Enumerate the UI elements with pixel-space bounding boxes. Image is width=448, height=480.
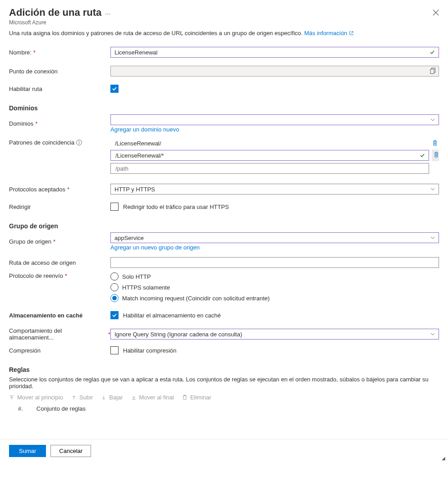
- patterns-label: Patrones de coincidencia: [9, 139, 110, 146]
- checkmark-icon: [420, 153, 425, 158]
- trash-icon: [182, 394, 187, 400]
- protocols-label: Protocolos aceptados *: [9, 186, 110, 193]
- chevron-down-icon: [430, 332, 435, 336]
- arrow-top-icon: [9, 395, 14, 400]
- delete-pattern-icon[interactable]: [432, 149, 439, 161]
- add-domain-link[interactable]: Agregar un dominio nuevo: [110, 126, 439, 133]
- arrow-bottom-icon: [131, 395, 137, 400]
- svg-rect-4: [79, 142, 79, 144]
- origin-group-select[interactable]: appService: [110, 232, 439, 243]
- svg-point-3: [79, 141, 80, 142]
- endpoint-field: [110, 66, 439, 77]
- pattern-readonly: /LicenseRenewal/: [110, 139, 429, 148]
- radio-http-only[interactable]: Solo HTTP: [110, 272, 439, 281]
- add-button[interactable]: Sumar: [9, 445, 46, 457]
- compression-checkbox-label: Habilitar compresión: [123, 347, 177, 354]
- arrow-down-icon: [101, 395, 106, 400]
- delete-pattern-icon[interactable]: [432, 140, 439, 148]
- move-up-button[interactable]: Subir: [71, 394, 93, 401]
- chevron-down-icon: [430, 187, 435, 191]
- compression-checkbox[interactable]: [110, 346, 119, 354]
- domains-select[interactable]: [110, 114, 439, 125]
- origin-path-label: Ruta de acceso de origen: [9, 259, 110, 266]
- radio-https-only[interactable]: HTTPS solamente: [110, 283, 439, 291]
- endpoint-label: Punto de conexión: [9, 68, 110, 75]
- redirect-label: Redirigir: [9, 204, 110, 210]
- move-top-button[interactable]: Mover al principio: [9, 394, 63, 401]
- external-link-icon: [349, 30, 354, 37]
- col-number: #.: [18, 405, 23, 412]
- radio-match-incoming[interactable]: Match incoming request (Coincidir con so…: [110, 294, 439, 302]
- chevron-down-icon: [430, 118, 435, 122]
- delete-rule-button[interactable]: Eliminar: [182, 394, 211, 401]
- redirect-checkbox-label: Redirigir todo el tráfico para usar HTTP…: [123, 204, 229, 210]
- panel-header: Adición de una ruta ··· Microsoft Azure: [0, 0, 448, 28]
- resize-corner-icon: ◢: [442, 456, 445, 461]
- info-icon[interactable]: [76, 140, 82, 145]
- learn-more-link[interactable]: Más información: [304, 30, 354, 36]
- name-input[interactable]: LicenseRenewal: [110, 47, 439, 58]
- close-icon[interactable]: [433, 9, 439, 17]
- footer: Sumar Cancelar ◢: [0, 439, 448, 462]
- svg-rect-1: [430, 69, 434, 73]
- cache-behavior-select[interactable]: Ignore Query String (Ignorar cadena de c…: [110, 329, 439, 340]
- name-label: Nombre: *: [9, 49, 110, 56]
- cache-behavior-label: Comportamiento del almacenamient... *: [9, 327, 110, 341]
- domains-label: Dominios *: [9, 120, 110, 127]
- protocols-select[interactable]: HTTP y HTTPS: [110, 184, 439, 195]
- enable-cache-checkbox[interactable]: [110, 311, 119, 319]
- rules-description: Seleccione los conjuntos de reglas que s…: [9, 376, 439, 389]
- enable-route-checkbox[interactable]: [110, 85, 119, 93]
- redirect-checkbox[interactable]: [110, 203, 119, 211]
- chevron-down-icon: [430, 235, 435, 240]
- intro-text: Una ruta asigna los dominios y patrones …: [9, 28, 439, 47]
- enable-cache-label: Habilitar el almacenamiento en caché: [123, 312, 221, 319]
- rules-toolbar: Mover al principio Subir Bajar Mover al …: [9, 394, 439, 401]
- origin-path-input[interactable]: [110, 257, 439, 268]
- cancel-button[interactable]: Cancelar: [50, 445, 91, 457]
- page-subtitle: Microsoft Azure: [9, 18, 110, 26]
- domains-section-title: Dominios: [9, 104, 439, 112]
- copy-icon[interactable]: [430, 68, 436, 75]
- arrow-up-icon: [71, 395, 77, 400]
- add-origin-group-link[interactable]: Agregar un nuevo grupo de origen: [110, 244, 439, 251]
- checkmark-icon: [430, 50, 435, 55]
- more-icon[interactable]: ···: [105, 10, 110, 17]
- pattern-new-input[interactable]: [110, 163, 429, 174]
- compression-label: Compresión: [9, 347, 110, 354]
- origin-section-title: Grupo de origen: [9, 222, 439, 230]
- origin-group-label: Grupo de origen *: [9, 238, 110, 245]
- pattern-editable-input[interactable]: /LicenseRenewal/*: [110, 150, 429, 161]
- move-down-button[interactable]: Bajar: [101, 394, 123, 401]
- cache-label: Almacenamiento en caché: [9, 312, 110, 319]
- move-end-button[interactable]: Mover al final: [131, 394, 174, 401]
- rules-section-title: Reglas: [9, 366, 439, 373]
- forward-protocol-label: Protocolo de reenvío *: [9, 272, 110, 279]
- rules-table-header: #. Conjunto de reglas: [9, 405, 439, 412]
- enable-route-label: Habilitar ruta: [9, 86, 110, 92]
- page-title: Adición de una ruta: [9, 7, 101, 18]
- col-ruleset: Conjunto de reglas: [37, 405, 86, 412]
